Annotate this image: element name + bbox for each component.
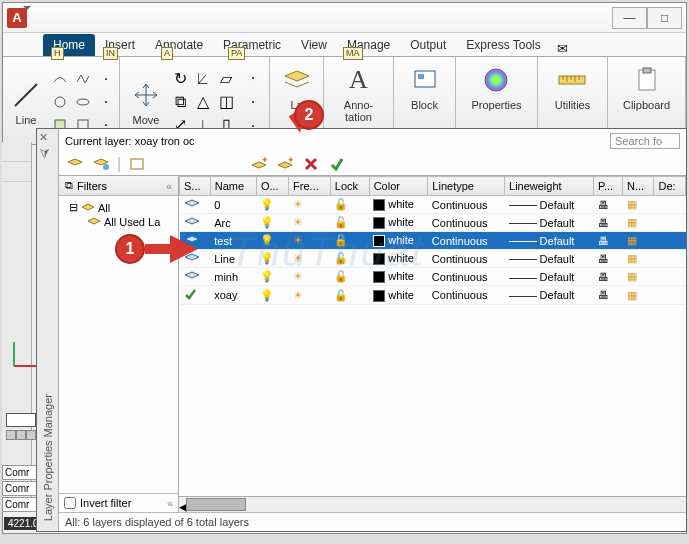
col-desc[interactable]: De: — [654, 177, 686, 196]
grid-hscroll[interactable]: ◂ — [179, 496, 686, 512]
layer-row[interactable]: 0💡☀🔓 whiteContinuous Default🖶▦ — [180, 196, 686, 214]
freeze-icon[interactable]: ☀ — [289, 286, 331, 305]
col-color[interactable]: Color — [369, 177, 428, 196]
tab-view[interactable]: View — [291, 34, 337, 56]
tab-annotate[interactable]: Annotate — [145, 34, 213, 56]
status-icon — [180, 232, 211, 250]
desc-cell[interactable] — [654, 268, 686, 286]
linetype-cell[interactable]: Continuous — [428, 268, 505, 286]
newvp-icon[interactable]: ▦ — [623, 250, 654, 268]
col-freeze[interactable]: Fre... — [289, 177, 331, 196]
tab-expresstools[interactable]: Express Tools — [456, 34, 550, 56]
tab-parametric[interactable]: Parametric — [213, 34, 291, 56]
move-button[interactable]: Move — [125, 76, 167, 128]
newvp-icon[interactable]: ▦ — [623, 214, 654, 232]
lineweight-cell[interactable]: Default — [505, 232, 594, 250]
plot-icon[interactable]: 🖶 — [594, 214, 623, 232]
plot-icon[interactable]: 🖶 — [594, 268, 623, 286]
lock-icon[interactable]: 🔓 — [330, 286, 369, 305]
layer-row[interactable]: xoay💡☀🔓 whiteContinuous Default🖶▦ — [180, 286, 686, 305]
svg-rect-15 — [643, 68, 651, 73]
modify-extra[interactable]: · — [242, 67, 264, 89]
layer-name-cell[interactable]: 0 — [210, 196, 256, 214]
col-status[interactable]: S... — [180, 177, 211, 196]
plot-icon[interactable]: 🖶 — [594, 232, 623, 250]
lineweight-cell[interactable]: Default — [505, 250, 594, 268]
linetype-cell[interactable]: Continuous — [428, 232, 505, 250]
desc-cell[interactable] — [654, 250, 686, 268]
layers-dropdown[interactable]: La — [276, 61, 318, 113]
delete-layer-button[interactable] — [301, 155, 321, 173]
left-tool[interactable] — [2, 162, 31, 182]
desc-cell[interactable] — [654, 214, 686, 232]
window-maximize[interactable]: □ — [647, 7, 682, 29]
invert-filter-checkbox[interactable] — [64, 497, 76, 509]
model-tab[interactable] — [6, 413, 36, 427]
panel-pin-icon[interactable]: ⮛ — [39, 147, 50, 159]
new-filter-button[interactable]: ✦ — [249, 155, 269, 173]
block-button[interactable]: Block — [404, 61, 446, 113]
linetype-cell[interactable]: Continuous — [428, 196, 505, 214]
color-cell[interactable]: white — [369, 286, 428, 305]
col-lock[interactable]: Lock — [330, 177, 369, 196]
layer-name-cell[interactable]: xoay — [210, 286, 256, 305]
col-new[interactable]: N... — [623, 177, 654, 196]
col-linetype[interactable]: Linetype — [428, 177, 505, 196]
lock-icon[interactable]: 🔓 — [330, 196, 369, 214]
line-button[interactable]: Line — [5, 76, 47, 128]
svg-line-0 — [15, 84, 37, 106]
set-current-button[interactable] — [327, 155, 347, 173]
linetype-cell[interactable]: Continuous — [428, 250, 505, 268]
filter-node-used[interactable]: All Used La — [69, 215, 176, 229]
new-group-filter-button[interactable]: ✦ — [275, 155, 295, 173]
lineweight-cell[interactable]: Default — [505, 268, 594, 286]
ribbon-tab-strip: Home Insert Annotate Parametric View Man… — [3, 33, 686, 57]
new-layer-vp-button[interactable] — [91, 155, 111, 173]
desc-cell[interactable] — [654, 286, 686, 305]
left-tool[interactable] — [2, 142, 31, 162]
modify-extra[interactable]: · — [242, 91, 264, 113]
modify-flyouts[interactable]: ↻⟀▱ ⧉△◫ ⤢⟂▯ — [169, 68, 237, 136]
draw-flyouts[interactable]: · · · — [49, 68, 117, 136]
lineweight-cell[interactable]: Default — [505, 196, 594, 214]
on-icon[interactable]: 💡 — [256, 286, 288, 305]
svg-text:Y: Y — [10, 340, 16, 342]
linetype-cell[interactable]: Continuous — [428, 286, 505, 305]
clipboard-button[interactable]: Clipboard — [619, 61, 674, 113]
col-lineweight[interactable]: Lineweight — [505, 177, 594, 196]
panel-close-icon[interactable]: ✕ — [39, 131, 48, 144]
annotation-button[interactable]: A Anno- tation — [338, 61, 380, 125]
new-layer-button[interactable] — [65, 155, 85, 173]
mail-icon[interactable]: ✉ — [557, 41, 568, 56]
desc-cell[interactable] — [654, 232, 686, 250]
layer-grid[interactable]: S... Name O... Fre... Lock Color Linetyp… — [179, 176, 686, 496]
layer-search-input[interactable]: Search fo — [610, 133, 680, 149]
window-minimize[interactable]: — — [612, 7, 647, 29]
newvp-icon[interactable]: ▦ — [623, 268, 654, 286]
newvp-icon[interactable]: ▦ — [623, 232, 654, 250]
linetype-cell[interactable]: Continuous — [428, 214, 505, 232]
svg-text:✦: ✦ — [287, 157, 293, 165]
panel-title-strip[interactable]: Layer Properties Manager — [37, 129, 59, 531]
filter-node-all[interactable]: ⊟ All — [69, 200, 176, 215]
status-icon — [180, 268, 211, 286]
lineweight-cell[interactable]: Default — [505, 214, 594, 232]
col-plot[interactable]: P... — [594, 177, 623, 196]
plot-icon[interactable]: 🖶 — [594, 286, 623, 305]
app-menu-button[interactable]: A — [7, 8, 27, 28]
desc-cell[interactable] — [654, 196, 686, 214]
newvp-icon[interactable]: ▦ — [623, 196, 654, 214]
newvp-icon[interactable]: ▦ — [623, 286, 654, 305]
on-icon[interactable]: 💡 — [256, 196, 288, 214]
col-on[interactable]: O... — [256, 177, 288, 196]
color-cell[interactable]: white — [369, 196, 428, 214]
plot-icon[interactable]: 🖶 — [594, 250, 623, 268]
layer-states-button[interactable] — [127, 155, 147, 173]
utilities-button[interactable]: Utilities — [551, 61, 594, 113]
properties-button[interactable]: Properties — [467, 61, 525, 113]
plot-icon[interactable]: 🖶 — [594, 196, 623, 214]
lineweight-cell[interactable]: Default — [505, 286, 594, 305]
freeze-icon[interactable]: ☀ — [289, 196, 331, 214]
col-name[interactable]: Name — [210, 177, 256, 196]
tab-output[interactable]: Output — [400, 34, 456, 56]
